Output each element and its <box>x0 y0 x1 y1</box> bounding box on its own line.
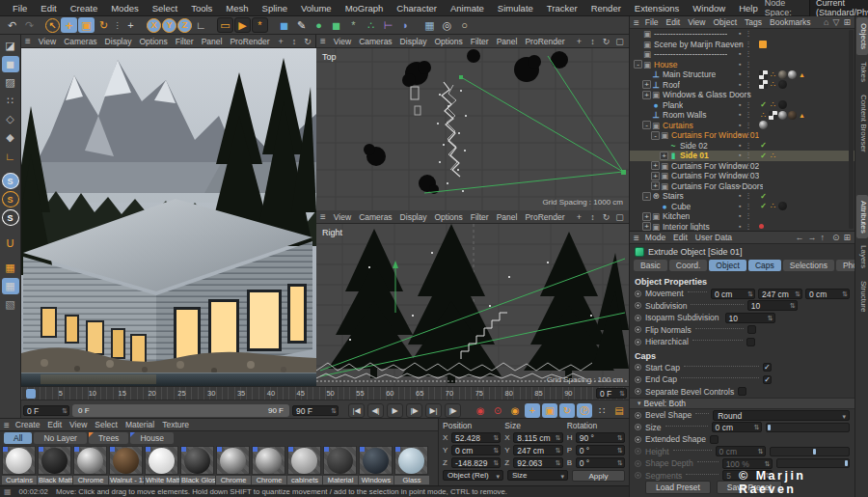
camera-icon[interactable]: ◎ <box>439 17 455 33</box>
visibility-toggle[interactable] <box>739 61 754 69</box>
maximize-view-icon[interactable]: ▢ <box>614 37 625 46</box>
dolly-view-icon[interactable]: ↕ <box>289 37 300 46</box>
menu-item[interactable]: Tools <box>184 3 219 14</box>
keyframe-dot-icon[interactable] <box>635 339 641 345</box>
expand-toggle-icon[interactable]: + <box>651 161 660 170</box>
console-icon[interactable]: ▦ <box>4 487 12 496</box>
undo-icon[interactable]: ↶ <box>4 17 20 33</box>
rotate-view-icon[interactable]: ↻ <box>601 37 611 46</box>
pan-view-icon[interactable]: + <box>574 37 584 46</box>
visibility-toggle[interactable] <box>739 70 754 78</box>
material-menu-item[interactable]: Edit <box>43 420 66 429</box>
viewport-menu-item[interactable]: Filter <box>172 37 198 46</box>
bevel-shape-dropdown[interactable]: Round <box>713 410 850 421</box>
deformer-icon[interactable]: ◗ <box>397 17 414 33</box>
viewport-menu-item[interactable]: Options <box>430 37 466 46</box>
hamburger-icon[interactable]: ≡ <box>320 36 326 46</box>
expand-toggle-icon[interactable]: - <box>642 121 651 129</box>
expand-toggle-icon[interactable]: + <box>642 212 651 221</box>
subdivision-surface-icon[interactable]: ● <box>311 17 327 33</box>
key-scale-button[interactable]: ▣ <box>542 403 557 418</box>
object-tag-icon[interactable] <box>769 202 777 210</box>
dolly-view-icon[interactable]: ↕ <box>587 212 598 222</box>
hamburger-icon[interactable]: ≡ <box>634 17 639 28</box>
material-item[interactable]: Chrome <box>73 446 108 484</box>
flip-normals-checkbox[interactable] <box>747 325 756 334</box>
material-item[interactable]: White Matt <box>145 446 179 484</box>
rotate-icon[interactable]: ↻ <box>95 17 112 33</box>
object-manager-menu-item[interactable]: Bookmarks <box>766 17 815 27</box>
object-tag-icon[interactable] <box>798 70 806 79</box>
material-item[interactable]: Curtains <box>2 446 37 484</box>
menu-item[interactable]: Mesh <box>219 3 255 14</box>
expand-toggle-icon[interactable] <box>642 100 651 109</box>
object-tag-icon[interactable] <box>778 111 787 120</box>
movement-x-field[interactable]: 0 cm <box>711 289 755 299</box>
visibility-toggle[interactable] <box>739 192 754 200</box>
material-item[interactable]: Black Matt <box>38 446 72 484</box>
viewport-menu-item[interactable]: Cameras <box>355 37 395 46</box>
visibility-toggle[interactable] <box>739 41 754 48</box>
object-tag-icon[interactable] <box>759 202 768 210</box>
expand-toggle-icon[interactable]: + <box>642 91 651 99</box>
expand-toggle-icon[interactable]: + <box>642 222 651 231</box>
material-thumbnail[interactable] <box>216 446 250 475</box>
autokey-button[interactable]: ◉ <box>507 403 523 418</box>
rotation-field[interactable]: 90 ° <box>576 432 625 443</box>
top-ortho-scene[interactable]: Top Grid Spacing : 1000 cm <box>316 48 629 210</box>
pan-view-icon[interactable]: + <box>276 37 286 46</box>
rotate-view-icon[interactable]: ↻ <box>303 37 313 46</box>
material-item[interactable]: Material <box>323 446 358 484</box>
material-item[interactable]: Chrome <box>252 446 286 484</box>
menu-item[interactable]: Select <box>146 3 184 14</box>
material-thumbnail[interactable] <box>323 446 357 475</box>
expand-toggle-icon[interactable]: + <box>651 172 660 180</box>
visibility-toggle[interactable] <box>739 212 754 220</box>
object-row[interactable]: + Curtains For Window 03 <box>630 171 854 181</box>
expand-toggle-icon[interactable]: + <box>642 80 651 89</box>
layer-tab[interactable]: All <box>4 432 32 444</box>
prev-key-button[interactable]: ◀| <box>367 403 384 418</box>
position-field[interactable]: 52.428 cm <box>451 432 501 443</box>
make-editable-icon[interactable]: ◪ <box>2 38 19 54</box>
timeline-ruler[interactable]: 051015202530354045505560657075808590 0 F <box>21 387 629 400</box>
viewport-menu-item[interactable]: Display <box>101 37 136 46</box>
material-item[interactable]: Walnut - 12 <box>109 446 144 484</box>
viewport-menu-item[interactable]: Cameras <box>60 37 100 46</box>
expand-toggle-icon[interactable] <box>642 111 651 120</box>
material-thumbnail[interactable] <box>180 446 214 475</box>
coord-mode-dropdown[interactable]: Object (Rel) <box>443 470 503 481</box>
object-manager-menu-item[interactable]: Object <box>709 17 741 27</box>
visibility-toggle[interactable] <box>739 50 754 58</box>
panel-tab[interactable]: Takes <box>856 56 868 88</box>
playhead[interactable] <box>26 389 36 399</box>
quantize-icon[interactable]: S <box>2 209 19 226</box>
axis-mode-icon[interactable]: ∟ <box>2 148 19 164</box>
viewport-menu-item[interactable]: Panel <box>493 37 522 46</box>
preview-range-slider[interactable]: 0 F 90 F <box>72 404 289 417</box>
menu-item[interactable]: Render <box>584 3 628 14</box>
visibility-toggle[interactable] <box>739 101 754 109</box>
object-tag-icon[interactable] <box>759 80 768 89</box>
visibility-toggle[interactable] <box>739 152 754 159</box>
material-item[interactable]: Windows <box>359 446 393 484</box>
hamburger-icon[interactable]: ≡ <box>634 233 639 243</box>
visibility-toggle[interactable] <box>739 142 754 150</box>
cloner-icon[interactable]: ∴ <box>363 17 379 33</box>
expand-toggle-icon[interactable] <box>642 70 651 79</box>
expand-toggle-icon[interactable]: + <box>660 152 668 160</box>
object-row[interactable]: + Roof <box>630 80 854 91</box>
layer-tab[interactable]: Trees <box>89 432 128 444</box>
menu-item[interactable]: Volume <box>294 3 339 14</box>
expand-toggle-icon[interactable] <box>651 202 660 210</box>
enable-snap-icon[interactable]: S <box>2 173 19 189</box>
render-picture-viewer-icon[interactable]: ▶ <box>234 17 251 33</box>
back-icon[interactable]: ← <box>795 233 803 242</box>
menu-item[interactable]: MoGraph <box>339 3 391 14</box>
material-item[interactable]: Black Glos <box>180 446 215 484</box>
object-row[interactable]: --------------------------- <box>630 49 854 60</box>
object-row[interactable]: Plank <box>630 100 854 111</box>
movement-y-field[interactable]: 247 cm <box>758 289 802 299</box>
move-icon[interactable]: + <box>61 17 77 33</box>
play-sound-button[interactable]: |▶ <box>445 403 461 418</box>
